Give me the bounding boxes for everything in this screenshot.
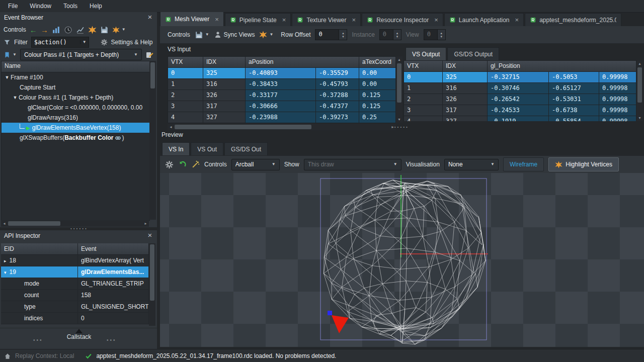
tree-row-glclear[interactable]: glClear(Color = <0.000000, 0.000000, 0.0… bbox=[2, 103, 149, 113]
cell[interactable]: 325 bbox=[443, 72, 488, 83]
cell[interactable]: 0.99998 bbox=[599, 94, 636, 105]
tab-resource-inspector[interactable]: Resource Inspector × bbox=[362, 13, 443, 26]
scroll-down-button[interactable]: ▾ bbox=[396, 116, 403, 123]
close-icon[interactable]: × bbox=[434, 16, 438, 24]
cell[interactable]: -0.23988 bbox=[246, 112, 316, 123]
cell[interactable]: 316 bbox=[443, 83, 488, 94]
api-param-name[interactable]: type bbox=[1, 301, 78, 313]
cell[interactable]: 326 bbox=[443, 94, 488, 105]
close-icon[interactable]: × bbox=[215, 16, 219, 23]
api-row-eid-selected[interactable]: ▾19 bbox=[1, 266, 78, 278]
splitter-handle[interactable]: •••••• bbox=[391, 125, 409, 129]
tree-row-gldrawelements-selected[interactable]: ▶ glDrawElementsBaseVertex(158) bbox=[2, 123, 149, 133]
cell[interactable]: -0.5053 bbox=[549, 72, 599, 83]
api-row-event[interactable]: glBindVertexArray( Vert bbox=[78, 255, 149, 266]
star-icon[interactable] bbox=[88, 26, 97, 34]
gear-icon[interactable] bbox=[165, 160, 174, 169]
tree-row-colour-pass[interactable]: ▼ Colour Pass #1 (1 Targets + Depth) bbox=[2, 93, 149, 103]
cell[interactable]: 327 bbox=[203, 112, 246, 123]
cell[interactable]: 1 bbox=[404, 83, 443, 94]
close-icon[interactable]: × bbox=[146, 13, 154, 21]
scroll-thumb[interactable] bbox=[175, 125, 311, 129]
mesh-preview-viewport[interactable] bbox=[160, 173, 644, 347]
tab-vs-output[interactable]: VS Output bbox=[406, 47, 446, 60]
tree-row-frame[interactable]: ▼ Frame #100 bbox=[2, 72, 149, 82]
tab-texture-viewer[interactable]: Texture Viewer × bbox=[292, 13, 361, 26]
menu-window[interactable]: Window bbox=[24, 1, 57, 12]
cell[interactable]: 0.99998 bbox=[599, 105, 636, 116]
cell[interactable]: 2 bbox=[404, 94, 443, 105]
chevron-down-icon[interactable]: ▾ bbox=[4, 270, 7, 275]
cell[interactable]: 2 bbox=[168, 90, 203, 101]
scrollbar-vertical[interactable] bbox=[149, 243, 155, 326]
cell[interactable]: 3 bbox=[404, 105, 443, 116]
close-icon[interactable]: × bbox=[515, 16, 519, 24]
clock-icon[interactable] bbox=[64, 26, 72, 34]
cell[interactable]: -0.30666 bbox=[246, 101, 316, 112]
scrollbar-vertical[interactable]: ▴ ▾ bbox=[396, 56, 403, 123]
save-button[interactable]: ▼ bbox=[195, 31, 209, 39]
scroll-up-button[interactable]: ▴ bbox=[636, 60, 643, 67]
dock-handle[interactable]: ••• bbox=[33, 337, 43, 343]
scroll-thumb[interactable] bbox=[637, 67, 642, 103]
tab-pipeline-state[interactable]: Pipeline State × bbox=[225, 13, 291, 26]
tree-row-glxswapbuffers[interactable]: glXSwapBuffers( Backbuffer Color ) bbox=[2, 133, 149, 143]
tab-vs-in[interactable]: VS In bbox=[162, 142, 190, 155]
scroll-thumb[interactable] bbox=[150, 244, 154, 301]
cell[interactable]: 0.125 bbox=[359, 90, 396, 101]
cell[interactable]: 317 bbox=[203, 101, 246, 112]
save-icon[interactable] bbox=[100, 26, 109, 34]
api-param-name[interactable]: indices bbox=[1, 313, 78, 324]
api-param-name[interactable]: mode bbox=[1, 278, 78, 290]
api-param-value[interactable]: GL_TRIANGLE_STRIP bbox=[78, 278, 149, 290]
graph-icon[interactable] bbox=[76, 26, 85, 34]
api-param-value[interactable]: GL_UNSIGNED_SHORT bbox=[78, 301, 149, 313]
chevron-down-icon[interactable]: ▼ bbox=[12, 95, 19, 100]
edit-icon[interactable] bbox=[145, 51, 153, 59]
magic-wand-icon[interactable] bbox=[191, 160, 200, 169]
cell[interactable]: -0.47377 bbox=[316, 101, 359, 112]
cell[interactable]: -0.39273 bbox=[316, 112, 359, 123]
next-action-icon[interactable]: → bbox=[41, 26, 48, 34]
cell[interactable]: 325 bbox=[203, 68, 246, 79]
api-param-value[interactable]: 0 bbox=[78, 313, 149, 324]
filter-input[interactable] bbox=[32, 39, 80, 46]
resource-link[interactable]: Backbuffer Color bbox=[64, 134, 113, 141]
cell[interactable]: -0.6738 bbox=[549, 105, 599, 116]
cell[interactable]: 326 bbox=[203, 90, 246, 101]
cell[interactable]: -0.24533 bbox=[488, 105, 549, 116]
close-icon[interactable]: × bbox=[146, 231, 154, 239]
scroll-up-button[interactable]: ▴ bbox=[396, 56, 403, 63]
tab-gsds-output[interactable]: GS/DS Output bbox=[447, 47, 499, 60]
menu-tools[interactable]: Tools bbox=[57, 1, 84, 12]
cell[interactable]: 0.25 bbox=[359, 112, 396, 123]
cell[interactable]: -0.1919 bbox=[488, 116, 549, 121]
cell[interactable]: -0.53031 bbox=[549, 94, 599, 105]
api-row-eid[interactable]: ▸18 bbox=[1, 255, 78, 266]
api-param-value[interactable]: 158 bbox=[78, 290, 149, 301]
callstack-tab[interactable]: Callstack bbox=[56, 329, 102, 340]
cell[interactable]: 317 bbox=[443, 105, 488, 116]
menu-file[interactable]: File bbox=[2, 1, 24, 12]
scroll-thumb[interactable] bbox=[397, 63, 401, 103]
cell[interactable]: -0.26542 bbox=[488, 94, 549, 105]
gear-icon[interactable] bbox=[101, 39, 108, 46]
cell[interactable]: 0.99998 bbox=[599, 116, 636, 121]
chevron-right-icon[interactable]: ▸ bbox=[4, 258, 7, 263]
cell[interactable]: 327 bbox=[443, 116, 488, 121]
cell[interactable]: 316 bbox=[203, 79, 246, 90]
scroll-thumb[interactable] bbox=[150, 62, 155, 88]
scrollbar-vertical[interactable]: ▴ ▾ bbox=[636, 60, 643, 121]
api-row-event-selected[interactable]: glDrawElementsBas... bbox=[78, 266, 149, 278]
chevron-down-icon[interactable]: ▼ bbox=[4, 75, 11, 80]
scrollbar-vertical[interactable] bbox=[149, 61, 156, 220]
row-offset-value[interactable]: 0 bbox=[315, 29, 339, 40]
cell[interactable]: 0.99998 bbox=[599, 83, 636, 94]
bookmark-jump-button[interactable]: ▼ bbox=[4, 51, 17, 58]
tab-launch-application[interactable]: Launch Application × bbox=[444, 13, 524, 26]
cell[interactable]: -0.38433 bbox=[246, 79, 316, 90]
visualisation-combo[interactable]: None ▼ bbox=[444, 159, 499, 170]
highlight-vertices-toggle[interactable]: Highlight Vertices bbox=[548, 157, 619, 171]
sync-views-button[interactable]: Sync Views bbox=[214, 31, 255, 39]
scroll-left-button[interactable]: ◂ bbox=[1, 220, 8, 227]
